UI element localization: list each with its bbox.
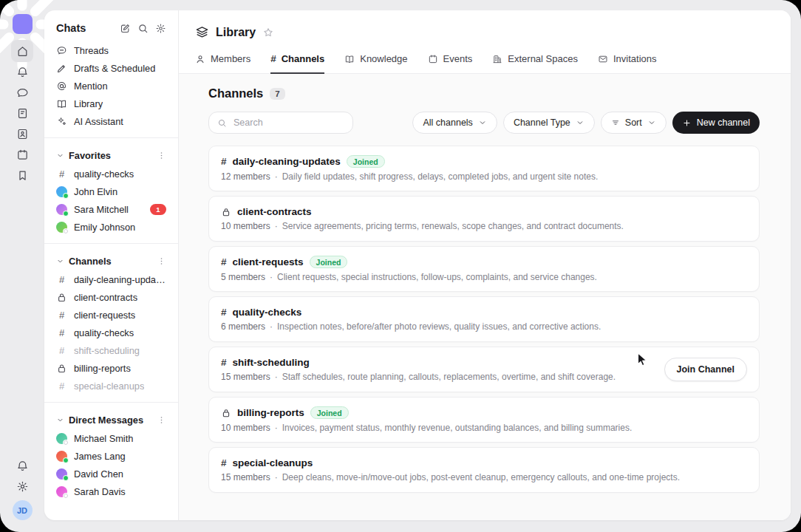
online-status-dot	[63, 457, 69, 463]
section-header-favorites[interactable]: Favorites	[50, 146, 172, 165]
hash-icon	[56, 327, 67, 338]
member-count: 15 members	[221, 372, 270, 382]
sidebar-item-ai-assistant[interactable]: AI Assistant	[50, 112, 172, 130]
tab-events[interactable]: Events	[428, 53, 473, 74]
sidebar-item-channel[interactable]: daily-cleaning-updates	[50, 270, 172, 288]
sidebar-item-user[interactable]: Sarah Davis	[50, 482, 172, 500]
workspace-logo[interactable]	[13, 14, 33, 34]
join-channel-button[interactable]: Join Channel	[664, 358, 747, 381]
filter-channel-type-dropdown[interactable]: Channel Type	[503, 112, 595, 134]
sidebar-item-label: special-cleanups	[74, 381, 144, 392]
kebab-menu-icon[interactable]	[157, 415, 166, 425]
sort-dropdown[interactable]: Sort	[601, 112, 667, 134]
sidebar-item-user[interactable]: James Lang	[50, 447, 172, 465]
section-header-channels[interactable]: Channels	[50, 251, 172, 270]
channel-name: billing-reports	[237, 407, 304, 418]
sidebar-item-user[interactable]: Michael Smith	[50, 429, 172, 447]
gear-icon[interactable]	[155, 23, 166, 34]
sidebar-item-channel[interactable]: shift-scheduling	[50, 341, 172, 359]
channel-card-special-cleanups[interactable]: special-cleanups 15 members · Deep clean…	[208, 447, 760, 493]
sidebar-item-user[interactable]: John Elvin	[50, 183, 172, 200]
sidebar-item-label: daily-cleaning-updates	[74, 274, 166, 285]
tab-channels[interactable]: Channels	[270, 53, 324, 74]
sidebar-item-channel[interactable]: quality-checks	[50, 165, 172, 183]
sidebar-item-threads[interactable]: Threads	[50, 41, 172, 59]
app-shell: Chats Threads Drafts & Scheduled	[44, 10, 791, 520]
online-status-dot	[63, 475, 69, 481]
rail-item-bookmarks[interactable]	[11, 164, 33, 186]
sidebar-item-mention[interactable]: Mention	[50, 77, 172, 95]
chevron-down-icon[interactable]	[56, 257, 64, 265]
channel-card-billing-reports[interactable]: billing-reports Joined 10 members · Invo…	[208, 397, 760, 443]
card-meta: 15 members · Staff schedules, route plan…	[221, 372, 664, 382]
rail-item-notes[interactable]	[11, 102, 33, 124]
chevron-down-icon[interactable]	[56, 151, 64, 160]
app-window: JD Chats Threads	[0, 0, 801, 532]
filter-all-channels-dropdown[interactable]: All channels	[412, 112, 497, 134]
channel-card-client-requests[interactable]: client-requests Joined 5 members · Clien…	[208, 246, 760, 292]
main-header: Library	[179, 10, 791, 39]
channel-name: shift-scheduling	[233, 357, 310, 368]
avatar	[56, 486, 67, 497]
compose-icon[interactable]	[120, 23, 131, 34]
rail-item-chats[interactable]	[11, 81, 33, 103]
channel-description: Daily field updates, shift progress, del…	[282, 171, 599, 182]
hash-icon	[270, 53, 276, 64]
rail-item-notifications-bottom[interactable]	[11, 454, 33, 477]
kebab-menu-icon[interactable]	[157, 151, 166, 160]
card-meta: 5 members · Client requests, special ins…	[221, 272, 747, 282]
tab-knowledge[interactable]: Knowledge	[344, 53, 407, 74]
rail-item-contacts[interactable]	[11, 123, 33, 145]
section-header-direct-messages[interactable]: Direct Messages	[50, 410, 172, 429]
chevron-down-icon	[647, 118, 656, 127]
sidebar-item-channel[interactable]: client-requests	[50, 306, 172, 324]
tab-label: Invitations	[613, 53, 657, 64]
toolbar: All channels Channel Type Sort	[208, 112, 760, 134]
channel-card-daily-cleaning-updates[interactable]: daily-cleaning-updates Joined 12 members…	[208, 146, 760, 191]
toolbar-filters: All channels Channel Type Sort	[412, 112, 760, 134]
member-count: 15 members	[221, 472, 270, 482]
card-main: client-requests Joined 5 members · Clien…	[221, 256, 747, 282]
sidebar-item-drafts[interactable]: Drafts & Scheduled	[50, 59, 172, 77]
card-main: client-contracts 10 members · Service ag…	[221, 206, 747, 231]
kebab-menu-icon[interactable]	[157, 256, 166, 266]
sidebar-item-channel[interactable]: billing-reports	[50, 359, 172, 377]
dot-separator: ·	[275, 171, 278, 182]
rail-item-home[interactable]	[11, 40, 33, 62]
new-channel-button[interactable]: New channel	[672, 112, 760, 134]
dot-separator: ·	[275, 423, 278, 433]
sidebar-divider	[44, 137, 178, 138]
star-icon[interactable]	[262, 27, 274, 38]
page-title: Library	[216, 26, 256, 39]
sidebar-item-channel[interactable]: quality-checks	[50, 324, 172, 341]
sidebar-item-channel[interactable]: client-contracts	[50, 288, 172, 306]
rail-item-settings[interactable]	[11, 475, 33, 497]
user-avatar[interactable]: JD	[13, 500, 33, 520]
joined-badge: Joined	[347, 155, 385, 168]
channel-name: daily-cleaning-updates	[233, 156, 341, 167]
tab-members[interactable]: Members	[195, 53, 250, 74]
tab-invitations[interactable]: Invitations	[598, 53, 657, 74]
sidebar-item-user[interactable]: Emily Johnson	[50, 218, 172, 236]
card-meta: 12 members · Daily field updates, shift …	[221, 171, 747, 182]
sidebar-item-library[interactable]: Library	[50, 95, 172, 112]
sidebar-item-channel[interactable]: special-cleanups	[50, 377, 172, 395]
sidebar-item-user[interactable]: Sara Mitchell 1	[50, 200, 172, 218]
channel-card-shift-scheduling[interactable]: shift-scheduling 15 members · Staff sche…	[208, 347, 760, 392]
search-input[interactable]	[232, 117, 344, 129]
channel-card-quality-checks[interactable]: quality-checks 6 members · Inspection no…	[208, 296, 760, 342]
chevron-down-icon[interactable]	[56, 416, 64, 424]
rail-item-notifications[interactable]	[11, 61, 33, 83]
sidebar-item-label: client-requests	[74, 310, 135, 321]
sidebar-item-user[interactable]: David Chen	[50, 465, 172, 482]
sidebar-item-label: quality-checks	[74, 327, 134, 338]
sidebar-item-label: Threads	[74, 45, 109, 56]
search-icon[interactable]	[137, 23, 149, 34]
member-count: 12 members	[221, 171, 270, 182]
rail-item-calendar[interactable]	[11, 143, 33, 166]
channel-card-client-contracts[interactable]: client-contracts 10 members · Service ag…	[208, 196, 760, 242]
member-count: 5 members	[221, 272, 265, 282]
sidebar-item-label: shift-scheduling	[74, 345, 140, 356]
tab-external-spaces[interactable]: External Spaces	[492, 53, 578, 74]
search-box[interactable]	[208, 112, 353, 134]
